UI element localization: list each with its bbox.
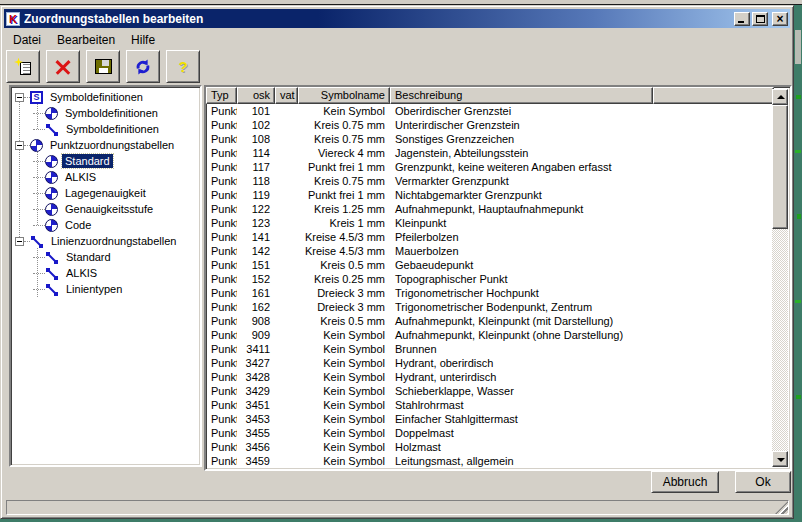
cell-symbolname: Kreis 0.25 mm bbox=[298, 272, 390, 286]
arrow-down-icon bbox=[777, 458, 785, 462]
app-icon: K bbox=[6, 12, 20, 26]
tree-panel[interactable]: SymboldefinitionenSymboldefinitionenSymb… bbox=[9, 85, 202, 467]
tree-connector bbox=[33, 161, 45, 162]
cell-osk: 142 bbox=[237, 244, 275, 258]
cell-typ: Punkt bbox=[206, 454, 237, 468]
tree-item-standard[interactable]: Standard bbox=[11, 153, 200, 169]
table-row[interactable]: Punkt141Kreise 4.5/3 mmPfeilerbolzen bbox=[206, 230, 774, 244]
save-button[interactable] bbox=[86, 50, 120, 83]
tree-item-linienzuordnungstabellen[interactable]: Linienzuordnungstabellen bbox=[11, 233, 200, 249]
cell-typ: Punkt bbox=[206, 146, 237, 160]
table-row[interactable]: Punkt102Kreis 0.75 mmUnterirdischer Gren… bbox=[206, 118, 774, 132]
cell-osk: 3429 bbox=[237, 384, 275, 398]
tree-item-code[interactable]: Code bbox=[11, 217, 200, 233]
tree-item-label: Symboldefinitionen bbox=[47, 90, 146, 104]
column-header-empty[interactable] bbox=[653, 87, 774, 104]
table-row[interactable]: Punkt101Kein SymbolOberirdischer Grenzst… bbox=[206, 104, 774, 118]
table-row[interactable]: Punkt162Dreieck 3 mmTrigonometrischer Bo… bbox=[206, 300, 774, 314]
table-row[interactable]: Punkt3429Kein SymbolSchieberklappe, Wass… bbox=[206, 384, 774, 398]
tree-item-lagegenauigkeit[interactable]: Lagegenauigkeit bbox=[11, 185, 200, 201]
table-row[interactable]: Punkt119Punkt frei 1 mmNichtabgemarkter … bbox=[206, 188, 774, 202]
title-bar[interactable]: K Zuordnungstabellen bearbeiten × bbox=[4, 9, 790, 28]
table-row[interactable]: Punkt3428Kein SymbolHydrant, unterirdisc… bbox=[206, 370, 774, 384]
table-row[interactable]: Punkt114Viereck 4 mmJagenstein, Abteilun… bbox=[206, 146, 774, 160]
tree-item-label: Lagegenauigkeit bbox=[62, 186, 149, 200]
menu-hilfe[interactable]: Hilfe bbox=[123, 32, 163, 48]
table-row[interactable]: Punkt3456Kein SymbolHolzmast bbox=[206, 440, 774, 454]
column-header-vat[interactable]: vat bbox=[275, 87, 298, 104]
new-button[interactable] bbox=[6, 50, 40, 83]
delete-button[interactable] bbox=[46, 50, 80, 83]
expand-collapse-icon[interactable] bbox=[15, 93, 24, 102]
tree-item-linientypen[interactable]: Linientypen bbox=[11, 281, 200, 297]
cell-symbolname: Kein Symbol bbox=[298, 454, 390, 468]
cell-typ: Punkt bbox=[206, 440, 237, 454]
cell-osk: 108 bbox=[237, 132, 275, 146]
tree-item-punktzuordnungstabellen[interactable]: Punktzuordnungstabellen bbox=[11, 137, 200, 153]
tree-item-symboldefinitionen[interactable]: Symboldefinitionen bbox=[11, 89, 200, 105]
ok-button[interactable]: Ok bbox=[735, 471, 791, 493]
table-row[interactable]: Punkt908Kreis 0.5 mmAufnahmepunkt, Klein… bbox=[206, 314, 774, 328]
cell-typ: Punkt bbox=[206, 426, 237, 440]
table-row[interactable]: Punkt122Kreis 1.25 mmAufnahmepunkt, Haup… bbox=[206, 202, 774, 216]
table-row[interactable]: Punkt3451Kein SymbolStahlrohrmast bbox=[206, 398, 774, 412]
cancel-button[interactable]: Abbruch bbox=[651, 471, 719, 493]
cell-beschreibung: Trigonometrischer Hochpunkt bbox=[390, 286, 653, 300]
menu-datei[interactable]: Datei bbox=[5, 32, 49, 48]
cell-osk: 122 bbox=[237, 202, 275, 216]
tree-item-alkis[interactable]: ALKIS bbox=[11, 265, 200, 281]
table-row[interactable]: Punkt118Kreis 0.75 mmVermarkter Grenzpun… bbox=[206, 174, 774, 188]
table-row[interactable]: Punkt161Dreieck 3 mmTrigonometrischer Ho… bbox=[206, 286, 774, 300]
column-header-symbolname[interactable]: Symbolname bbox=[298, 87, 390, 104]
tree-item-alkis[interactable]: ALKIS bbox=[11, 169, 200, 185]
expand-collapse-icon[interactable] bbox=[15, 141, 24, 150]
table-row[interactable]: Punkt3455Kein SymbolDoppelmast bbox=[206, 426, 774, 440]
cell-beschreibung: Sonstiges Grenzzeichen bbox=[390, 132, 653, 146]
tree-item-symboldefinitionen[interactable]: Symboldefinitionen bbox=[11, 105, 200, 121]
column-header-typ[interactable]: Typ bbox=[206, 87, 237, 104]
cell-osk: 102 bbox=[237, 118, 275, 132]
minimize-button[interactable] bbox=[734, 12, 750, 26]
scroll-up-button[interactable] bbox=[772, 89, 788, 105]
column-header-osk[interactable]: osk bbox=[237, 87, 275, 104]
cell-beschreibung: Schieberklappe, Wasser bbox=[390, 384, 653, 398]
cell-osk: 3459 bbox=[237, 454, 275, 468]
table-row[interactable]: Punkt3411Kein SymbolBrunnen bbox=[206, 342, 774, 356]
close-button[interactable]: × bbox=[772, 12, 788, 26]
tree-item-genauigkeitsstufe[interactable]: Genauigkeitsstufe bbox=[11, 201, 200, 217]
cell-typ: Punkt bbox=[206, 342, 237, 356]
vertical-scrollbar[interactable] bbox=[772, 89, 788, 467]
expand-collapse-icon[interactable] bbox=[15, 237, 24, 246]
cell-empty bbox=[653, 426, 774, 440]
cell-beschreibung: Trigonometrischer Bodenpunkt, Zentrum bbox=[390, 300, 653, 314]
cell-vat bbox=[275, 426, 298, 440]
table-row[interactable]: Punkt142Kreise 4.5/3 mmMauerbolzen bbox=[206, 244, 774, 258]
table-row[interactable]: Punkt108Kreis 0.75 mmSonstiges Grenzzeic… bbox=[206, 132, 774, 146]
table-row[interactable]: Punkt909Kein SymbolAufnahmepunkt, Kleinp… bbox=[206, 328, 774, 342]
mapping-table[interactable]: TyposkvatSymbolnameBeschreibung Punkt101… bbox=[204, 85, 792, 471]
cell-vat bbox=[275, 286, 298, 300]
scrollbar-thumb[interactable] bbox=[772, 105, 788, 229]
scroll-down-button[interactable] bbox=[772, 451, 788, 467]
table-row[interactable]: Punkt3427Kein SymbolHydrant, oberirdisch bbox=[206, 356, 774, 370]
table-row[interactable]: Punkt3459Kein SymbolLeitungsmast, allgem… bbox=[206, 454, 774, 468]
cell-empty bbox=[653, 146, 774, 160]
resize-grip-icon[interactable] bbox=[775, 501, 788, 514]
cell-empty bbox=[653, 398, 774, 412]
maximize-button[interactable] bbox=[752, 12, 768, 26]
table-row[interactable]: Punkt117Punkt frei 1 mmGrenzpunkt, keine… bbox=[206, 160, 774, 174]
cell-symbolname: Kein Symbol bbox=[298, 370, 390, 384]
cell-vat bbox=[275, 258, 298, 272]
refresh-button[interactable] bbox=[126, 50, 160, 83]
table-row[interactable]: Punkt152Kreis 0.25 mmTopographischer Pun… bbox=[206, 272, 774, 286]
table-row[interactable]: Punkt151Kreis 0.5 mmGebaeudepunkt bbox=[206, 258, 774, 272]
tree-item-symboldefinitionen[interactable]: Symboldefinitionen bbox=[11, 121, 200, 137]
menu-bearbeiten[interactable]: Bearbeiten bbox=[49, 32, 123, 48]
tree-item-standard[interactable]: Standard bbox=[11, 249, 200, 265]
help-button[interactable]: ? bbox=[166, 50, 200, 83]
table-row[interactable]: Punkt3453Kein SymbolEinfacher Stahlgitte… bbox=[206, 412, 774, 426]
table-row[interactable]: Punkt123Kreis 1 mmKleinpunkt bbox=[206, 216, 774, 230]
cell-symbolname: Kein Symbol bbox=[298, 398, 390, 412]
column-header-beschreibung[interactable]: Beschreibung bbox=[390, 87, 653, 104]
cell-symbolname: Kein Symbol bbox=[298, 328, 390, 342]
